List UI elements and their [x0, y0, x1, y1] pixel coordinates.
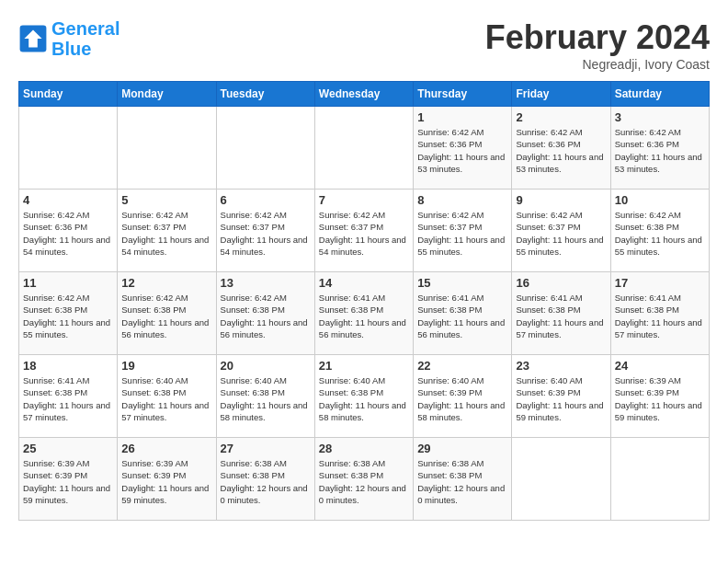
day-cell: 4Sunrise: 6:42 AM Sunset: 6:36 PM Daylig… [19, 190, 118, 272]
day-info: Sunrise: 6:41 AM Sunset: 6:38 PM Dayligh… [23, 374, 113, 423]
week-row-4: 18Sunrise: 6:41 AM Sunset: 6:38 PM Dayli… [19, 355, 710, 438]
day-number: 24 [615, 359, 705, 373]
day-cell: 5Sunrise: 6:42 AM Sunset: 6:37 PM Daylig… [118, 190, 216, 272]
day-number: 22 [417, 359, 507, 373]
week-row-5: 25Sunrise: 6:39 AM Sunset: 6:39 PM Dayli… [19, 438, 710, 521]
logo-text: General Blue [51, 18, 119, 59]
day-info: Sunrise: 6:41 AM Sunset: 6:38 PM Dayligh… [615, 292, 705, 340]
day-number: 10 [615, 193, 705, 207]
week-row-2: 4Sunrise: 6:42 AM Sunset: 6:36 PM Daylig… [19, 190, 710, 272]
day-info: Sunrise: 6:40 AM Sunset: 6:38 PM Dayligh… [319, 374, 409, 423]
day-info: Sunrise: 6:42 AM Sunset: 6:38 PM Dayligh… [615, 209, 705, 258]
day-cell: 15Sunrise: 6:41 AM Sunset: 6:38 PM Dayli… [414, 272, 512, 355]
day-info: Sunrise: 6:42 AM Sunset: 6:36 PM Dayligh… [417, 126, 507, 175]
day-number: 9 [516, 193, 606, 207]
weekday-header-friday: Friday [512, 82, 610, 107]
day-cell: 20Sunrise: 6:40 AM Sunset: 6:38 PM Dayli… [216, 355, 314, 438]
day-cell: 22Sunrise: 6:40 AM Sunset: 6:39 PM Dayli… [414, 355, 512, 438]
day-info: Sunrise: 6:42 AM Sunset: 6:36 PM Dayligh… [615, 126, 705, 175]
day-cell: 26Sunrise: 6:39 AM Sunset: 6:39 PM Dayli… [118, 438, 216, 521]
day-cell: 28Sunrise: 6:38 AM Sunset: 6:38 PM Dayli… [314, 438, 413, 521]
day-cell: 25Sunrise: 6:39 AM Sunset: 6:39 PM Dayli… [19, 438, 118, 521]
logo-line2: Blue [51, 39, 91, 59]
day-number: 23 [516, 359, 606, 373]
day-number: 11 [23, 276, 113, 290]
day-cell: 8Sunrise: 6:42 AM Sunset: 6:37 PM Daylig… [414, 190, 512, 272]
day-cell [314, 107, 413, 190]
day-info: Sunrise: 6:39 AM Sunset: 6:39 PM Dayligh… [121, 457, 211, 506]
logo-icon [18, 24, 48, 53]
day-number: 21 [319, 359, 409, 373]
day-info: Sunrise: 6:40 AM Sunset: 6:39 PM Dayligh… [417, 374, 507, 423]
day-cell: 3Sunrise: 6:42 AM Sunset: 6:36 PM Daylig… [610, 107, 709, 190]
day-number: 7 [319, 193, 409, 207]
day-info: Sunrise: 6:42 AM Sunset: 6:36 PM Dayligh… [516, 126, 606, 175]
calendar-body: 1Sunrise: 6:42 AM Sunset: 6:36 PM Daylig… [19, 107, 710, 521]
day-number: 29 [417, 442, 507, 455]
day-cell: 10Sunrise: 6:42 AM Sunset: 6:38 PM Dayli… [610, 190, 709, 272]
day-number: 28 [319, 442, 409, 455]
day-cell: 18Sunrise: 6:41 AM Sunset: 6:38 PM Dayli… [19, 355, 118, 438]
day-cell: 21Sunrise: 6:40 AM Sunset: 6:38 PM Dayli… [314, 355, 413, 438]
day-cell [19, 107, 118, 190]
week-row-1: 1Sunrise: 6:42 AM Sunset: 6:36 PM Daylig… [19, 107, 710, 190]
day-info: Sunrise: 6:42 AM Sunset: 6:37 PM Dayligh… [417, 209, 507, 258]
day-cell: 11Sunrise: 6:42 AM Sunset: 6:38 PM Dayli… [19, 272, 118, 355]
day-cell: 16Sunrise: 6:41 AM Sunset: 6:38 PM Dayli… [512, 272, 610, 355]
day-cell: 12Sunrise: 6:42 AM Sunset: 6:38 PM Dayli… [118, 272, 216, 355]
day-number: 12 [121, 276, 211, 290]
day-cell: 19Sunrise: 6:40 AM Sunset: 6:38 PM Dayli… [118, 355, 216, 438]
day-cell: 1Sunrise: 6:42 AM Sunset: 6:36 PM Daylig… [414, 107, 512, 190]
day-info: Sunrise: 6:42 AM Sunset: 6:38 PM Dayligh… [23, 292, 113, 340]
day-info: Sunrise: 6:41 AM Sunset: 6:38 PM Dayligh… [516, 292, 606, 340]
day-cell: 6Sunrise: 6:42 AM Sunset: 6:37 PM Daylig… [216, 190, 314, 272]
day-cell [512, 438, 610, 521]
day-info: Sunrise: 6:42 AM Sunset: 6:37 PM Dayligh… [221, 209, 311, 258]
day-info: Sunrise: 6:40 AM Sunset: 6:38 PM Dayligh… [121, 374, 211, 423]
day-cell: 27Sunrise: 6:38 AM Sunset: 6:38 PM Dayli… [216, 438, 314, 521]
day-cell: 7Sunrise: 6:42 AM Sunset: 6:37 PM Daylig… [314, 190, 413, 272]
day-number: 4 [23, 193, 113, 207]
day-number: 8 [417, 193, 507, 207]
day-cell: 13Sunrise: 6:42 AM Sunset: 6:38 PM Dayli… [216, 272, 314, 355]
day-number: 6 [221, 193, 311, 207]
day-number: 25 [23, 442, 113, 455]
day-info: Sunrise: 6:38 AM Sunset: 6:38 PM Dayligh… [221, 457, 311, 506]
day-cell: 29Sunrise: 6:38 AM Sunset: 6:38 PM Dayli… [414, 438, 512, 521]
day-number: 3 [615, 110, 705, 124]
day-cell: 24Sunrise: 6:39 AM Sunset: 6:39 PM Dayli… [610, 355, 709, 438]
location: Negreadji, Ivory Coast [485, 57, 710, 72]
logo: General Blue [18, 18, 119, 59]
day-cell [216, 107, 314, 190]
calendar-table: SundayMondayTuesdayWednesdayThursdayFrid… [18, 81, 710, 521]
day-info: Sunrise: 6:42 AM Sunset: 6:38 PM Dayligh… [121, 292, 211, 340]
day-number: 14 [319, 276, 409, 290]
day-info: Sunrise: 6:42 AM Sunset: 6:38 PM Dayligh… [221, 292, 311, 340]
day-cell: 14Sunrise: 6:41 AM Sunset: 6:38 PM Dayli… [314, 272, 413, 355]
day-info: Sunrise: 6:40 AM Sunset: 6:38 PM Dayligh… [221, 374, 311, 423]
day-number: 26 [121, 442, 211, 455]
calendar-header-row: SundayMondayTuesdayWednesdayThursdayFrid… [19, 82, 710, 107]
day-cell: 17Sunrise: 6:41 AM Sunset: 6:38 PM Dayli… [610, 272, 709, 355]
day-number: 13 [221, 276, 311, 290]
month-title: February 2024 [485, 18, 710, 57]
day-cell: 23Sunrise: 6:40 AM Sunset: 6:39 PM Dayli… [512, 355, 610, 438]
day-cell [118, 107, 216, 190]
day-number: 5 [121, 193, 211, 207]
weekday-header-monday: Monday [118, 82, 216, 107]
day-number: 16 [516, 276, 606, 290]
day-number: 1 [417, 110, 507, 124]
day-number: 19 [121, 359, 211, 373]
weekday-header-tuesday: Tuesday [216, 82, 314, 107]
page-header: General Blue February 2024 Negreadji, Iv… [18, 18, 710, 72]
day-number: 27 [221, 442, 311, 455]
weekday-header-wednesday: Wednesday [314, 82, 413, 107]
day-info: Sunrise: 6:42 AM Sunset: 6:37 PM Dayligh… [319, 209, 409, 258]
day-info: Sunrise: 6:42 AM Sunset: 6:37 PM Dayligh… [121, 209, 211, 258]
day-number: 15 [417, 276, 507, 290]
day-cell: 2Sunrise: 6:42 AM Sunset: 6:36 PM Daylig… [512, 107, 610, 190]
day-number: 17 [615, 276, 705, 290]
day-info: Sunrise: 6:42 AM Sunset: 6:37 PM Dayligh… [516, 209, 606, 258]
weekday-header-sunday: Sunday [19, 82, 118, 107]
day-cell [610, 438, 709, 521]
